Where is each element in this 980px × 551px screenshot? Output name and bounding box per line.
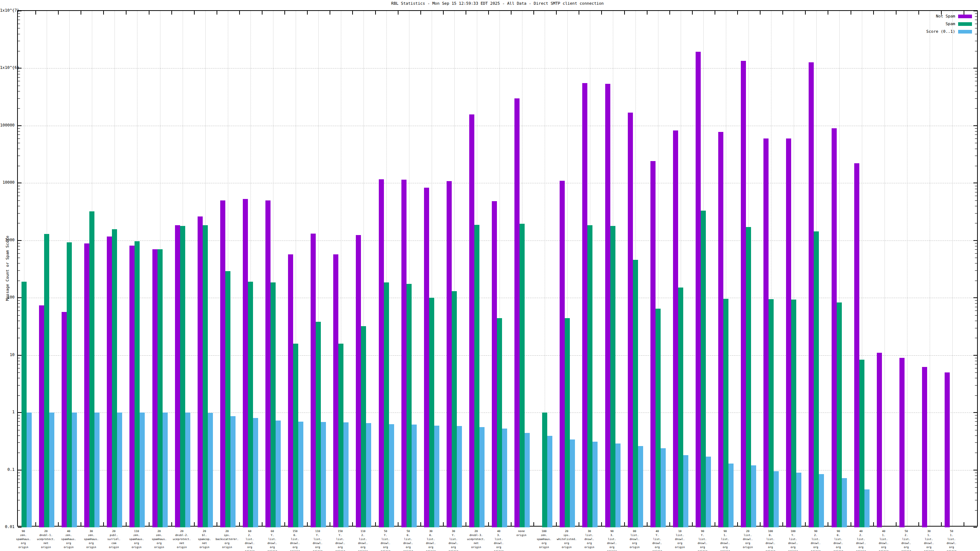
- y-minor-tick-left: [18, 86, 20, 86]
- x-category-label: 40 1. list. dnswl. org origin: [879, 529, 888, 551]
- y-minor-tick-right: [975, 206, 977, 206]
- x-tick-top: [285, 11, 285, 14]
- bar-spam: [723, 299, 729, 527]
- y-minor-tick-right: [975, 310, 977, 311]
- bar-spam: [293, 344, 298, 527]
- y-minor-tick-left: [18, 196, 20, 196]
- bar-score: [366, 423, 371, 527]
- bar-spam: [587, 225, 592, 527]
- y-minor-tick-left: [18, 263, 20, 264]
- x-gridline: [930, 11, 930, 526]
- x-tick-bottom: [647, 522, 648, 526]
- y-minor-tick-left: [18, 321, 20, 321]
- y-major-tick-right: [974, 355, 977, 356]
- x-tick-top: [873, 11, 874, 14]
- y-minor-tick-right: [975, 86, 977, 86]
- bar-score: [434, 426, 439, 527]
- bar-not-spam: [84, 243, 89, 527]
- x-category-label: 40 3. list. dnswl. org origin: [494, 529, 504, 551]
- x-tick-top: [307, 11, 308, 14]
- y-minor-tick-right: [975, 500, 977, 500]
- y-minor-tick-right: [975, 263, 977, 264]
- bar-spam: [814, 232, 819, 527]
- y-minor-tick-left: [18, 421, 20, 422]
- bar-score: [253, 418, 258, 527]
- bar-score: [298, 422, 303, 527]
- y-minor-tick-right: [975, 338, 977, 338]
- y-tick-label: 10: [0, 352, 14, 357]
- y-minor-tick-right: [975, 246, 977, 246]
- bar-spam: [89, 211, 94, 527]
- y-minor-tick-left: [18, 98, 20, 99]
- x-gridline: [885, 11, 885, 526]
- y-minor-tick-left: [18, 442, 20, 443]
- y-minor-tick-right: [975, 98, 977, 99]
- bar-score: [72, 413, 77, 527]
- y-minor-tick-right: [975, 138, 977, 139]
- x-tick-top: [375, 11, 376, 14]
- y-minor-tick-right: [975, 487, 977, 487]
- x-tick-bottom: [58, 522, 59, 526]
- x-category-label: 20 dnsbl-2. uceprotect. net origin: [173, 529, 191, 549]
- legend-row: Score (0..1): [926, 29, 972, 34]
- x-tick-bottom: [262, 522, 262, 526]
- y-minor-tick-left: [18, 166, 20, 166]
- bar-not-spam: [854, 163, 859, 527]
- y-minor-tick-right: [975, 300, 977, 301]
- bar-spam: [701, 211, 706, 527]
- bar-not-spam: [153, 249, 158, 527]
- bar-not-spam: [582, 83, 587, 527]
- bar-score: [208, 413, 213, 527]
- x-tick-top: [58, 11, 59, 14]
- x-tick-bottom: [35, 522, 36, 526]
- x-category-label: 110 2. list. dnswl. org origin: [358, 529, 368, 551]
- x-category-label: 30 Y. list. dnswl. org origin: [449, 529, 458, 551]
- legend-label: Not Spam: [936, 14, 955, 19]
- bar-not-spam: [786, 138, 791, 527]
- y-minor-tick-left: [18, 143, 20, 143]
- y-tick-label: 1000: [0, 237, 14, 242]
- x-gridline: [952, 11, 953, 526]
- x-tick-top: [466, 11, 466, 14]
- bar-score: [729, 464, 733, 527]
- x-tick-bottom: [624, 522, 625, 526]
- x-tick-bottom: [964, 522, 964, 526]
- x-category-label: 100 Y. list. dnswl. org origin: [788, 529, 798, 551]
- bar-spam: [678, 287, 683, 527]
- x-tick-bottom: [307, 522, 308, 526]
- bar-score: [162, 413, 168, 527]
- y-minor-tick-left: [18, 200, 20, 201]
- y-minor-tick-right: [975, 143, 977, 143]
- bar-score: [389, 424, 394, 527]
- x-tick-bottom: [511, 522, 512, 526]
- y-minor-tick-left: [18, 270, 20, 271]
- bar-spam: [316, 322, 321, 527]
- y-minor-tick-left: [18, 435, 20, 436]
- x-tick-bottom: [81, 522, 81, 526]
- y-minor-tick-right: [975, 51, 977, 51]
- y-major-tick-left: [18, 412, 22, 413]
- x-category-label: 50 Y. list. dnswl. org origin: [380, 529, 390, 551]
- y-minor-tick-right: [975, 77, 977, 78]
- x-tick-bottom: [466, 522, 466, 526]
- x-tick-top: [896, 11, 897, 14]
- legend-swatch-not-spam: [958, 14, 972, 18]
- y-minor-tick-left: [18, 16, 20, 17]
- y-major-tick-left: [18, 183, 22, 183]
- y-minor-tick-left: [18, 213, 20, 214]
- chart-title: RBL Statistics - Mon Sep 15 12:59:33 EDT…: [17, 1, 978, 6]
- y-major-tick-right: [974, 297, 977, 298]
- y-minor-tick-right: [975, 200, 977, 201]
- x-category-label: 50 1. list. dnswl. org origin: [947, 529, 956, 551]
- y-minor-tick-right: [975, 435, 977, 436]
- x-tick-bottom: [579, 522, 579, 526]
- x-tick-top: [420, 11, 421, 14]
- bar-spam: [135, 241, 140, 527]
- bar-score: [412, 424, 417, 527]
- y-minor-tick-right: [975, 24, 977, 24]
- x-tick-bottom: [488, 522, 489, 526]
- y-minor-tick-left: [18, 310, 20, 311]
- x-tick-bottom: [216, 522, 217, 526]
- y-minor-tick-right: [975, 192, 977, 192]
- y-minor-tick-right: [975, 253, 977, 254]
